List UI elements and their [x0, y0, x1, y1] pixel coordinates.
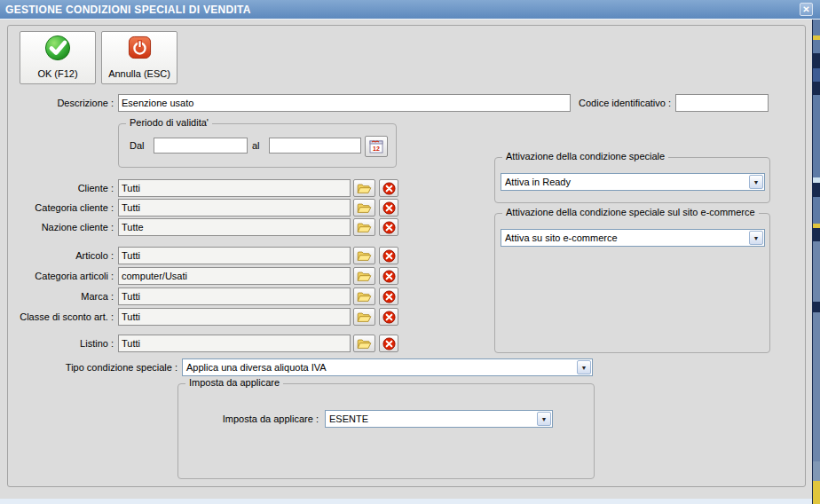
attivazione-ecommerce-value: Attiva su sito e-commerce	[501, 231, 749, 245]
articolo-label: Articolo :	[2, 247, 114, 264]
folder-icon	[357, 202, 372, 214]
codice-identificativo-label: Codice identificativo :	[568, 94, 671, 112]
red-x-icon	[382, 221, 396, 234]
chevron-down-icon[interactable]: ▼	[749, 231, 763, 245]
red-x-icon	[382, 311, 396, 324]
tipo-condizione-value: Applica una diversa aliquota IVA	[183, 360, 577, 374]
listino-folder-button[interactable]	[353, 335, 375, 352]
categoria-cliente-clear-button[interactable]	[379, 199, 398, 217]
red-x-icon	[382, 249, 396, 263]
folder-icon	[357, 222, 372, 233]
categoria-cliente-value[interactable]: Tutti	[118, 199, 351, 217]
categoria-articoli-label: Categoria articoli :	[2, 267, 114, 285]
al-label: al	[252, 137, 264, 154]
periodo-validita-legend: Periodo di validita'	[126, 117, 212, 128]
tipo-condizione-label: Tipo condizione speciale :	[53, 358, 177, 376]
folder-icon	[357, 291, 372, 303]
folder-icon	[357, 250, 372, 262]
classe-sconto-folder-button[interactable]	[353, 308, 375, 326]
periodo-validita-group: Periodo di validita' Dal al 12	[118, 123, 397, 168]
folder-icon	[357, 311, 372, 323]
imposta-value: ESENTE	[326, 412, 537, 426]
imposta-group-legend: Imposta da applicare	[185, 377, 283, 388]
marca-clear-button[interactable]	[379, 287, 398, 305]
dal-label: Dal	[130, 137, 149, 154]
attivazione-value: Attiva in Ready	[501, 175, 749, 189]
red-x-icon	[382, 182, 396, 195]
attivazione-ecommerce-combobox[interactable]: Attiva su sito e-commerce ▼	[501, 229, 765, 247]
classe-sconto-label: Classe di sconto art. :	[2, 308, 114, 326]
listino-clear-button[interactable]	[379, 335, 398, 352]
window-title: GESTIONE CONDIZIONI SPECIALI DI VENDITA	[0, 4, 251, 16]
red-x-icon	[382, 270, 396, 283]
nazione-cliente-clear-button[interactable]	[379, 218, 398, 236]
listino-value[interactable]: Tutti	[118, 335, 351, 352]
folder-icon	[357, 183, 372, 194]
attivazione-ecommerce-group: Attivazione della condizione speciale su…	[494, 213, 770, 353]
imposta-combobox[interactable]: ESENTE ▼	[325, 410, 553, 428]
nazione-cliente-value[interactable]: Tutte	[118, 218, 351, 236]
codice-identificativo-input[interactable]	[675, 94, 769, 112]
classe-sconto-clear-button[interactable]	[379, 308, 398, 326]
cliente-clear-button[interactable]	[379, 179, 398, 197]
cancel-button[interactable]: Annulla (ESC)	[101, 31, 177, 84]
tipo-condizione-combobox[interactable]: Applica una diversa aliquota IVA ▼	[182, 358, 593, 376]
al-input[interactable]	[269, 138, 361, 154]
imposta-group: Imposta da applicare Imposta da applicar…	[177, 383, 595, 479]
red-x-icon	[382, 337, 396, 350]
marca-value[interactable]: Tutti	[118, 287, 351, 305]
folder-icon	[357, 271, 372, 282]
background-app-strip	[812, 20, 820, 504]
cliente-value[interactable]: Tutti	[118, 179, 351, 197]
imposta-label: Imposta da applicare :	[187, 410, 319, 428]
categoria-cliente-label: Categoria cliente :	[2, 199, 114, 217]
articolo-value[interactable]: Tutti	[118, 247, 351, 264]
calendar-button[interactable]: 12	[365, 136, 388, 157]
attivazione-group: Attivazione della condizione speciale At…	[494, 157, 770, 203]
attivazione-group-legend: Attivazione della condizione speciale	[502, 151, 668, 161]
stop-power-icon	[128, 32, 152, 63]
articolo-folder-button[interactable]	[353, 247, 375, 264]
cliente-folder-button[interactable]	[353, 179, 375, 197]
marca-label: Marca :	[2, 287, 114, 305]
check-circle-icon	[44, 32, 71, 63]
marca-folder-button[interactable]	[353, 287, 375, 305]
nazione-cliente-folder-button[interactable]	[353, 218, 375, 236]
window-titlebar: GESTIONE CONDIZIONI SPECIALI DI VENDITA	[0, 0, 820, 20]
ok-button[interactable]: OK (F12)	[20, 31, 96, 84]
attivazione-combobox[interactable]: Attiva in Ready ▼	[501, 173, 765, 191]
attivazione-ecommerce-legend: Attivazione della condizione speciale su…	[502, 207, 759, 217]
red-x-icon	[382, 201, 396, 215]
bottom-edge-band	[0, 499, 812, 504]
close-icon[interactable]: ✕	[800, 3, 813, 16]
ok-button-label: OK (F12)	[37, 68, 77, 79]
articolo-clear-button[interactable]	[379, 247, 398, 264]
categoria-articoli-value[interactable]: computer/Usati	[118, 267, 351, 285]
listino-label: Listino :	[2, 335, 114, 352]
chevron-down-icon[interactable]: ▼	[537, 412, 551, 426]
cancel-button-label: Annulla (ESC)	[108, 68, 170, 79]
folder-icon	[357, 338, 372, 350]
classe-sconto-value[interactable]: Tutti	[118, 308, 351, 326]
categoria-articoli-clear-button[interactable]	[379, 267, 398, 285]
svg-text:12: 12	[373, 146, 380, 152]
red-x-icon	[382, 290, 396, 303]
dal-input[interactable]	[154, 138, 248, 154]
categoria-articoli-folder-button[interactable]	[353, 267, 375, 285]
descrizione-label: Descrizione :	[2, 94, 114, 112]
categoria-cliente-folder-button[interactable]	[353, 199, 375, 217]
descrizione-input[interactable]	[118, 94, 571, 112]
cliente-label: Cliente :	[2, 179, 114, 197]
calendar-icon: 12	[369, 139, 383, 154]
chevron-down-icon[interactable]: ▼	[749, 175, 763, 189]
nazione-cliente-label: Nazione cliente :	[2, 218, 114, 236]
chevron-down-icon[interactable]: ▼	[577, 360, 591, 374]
